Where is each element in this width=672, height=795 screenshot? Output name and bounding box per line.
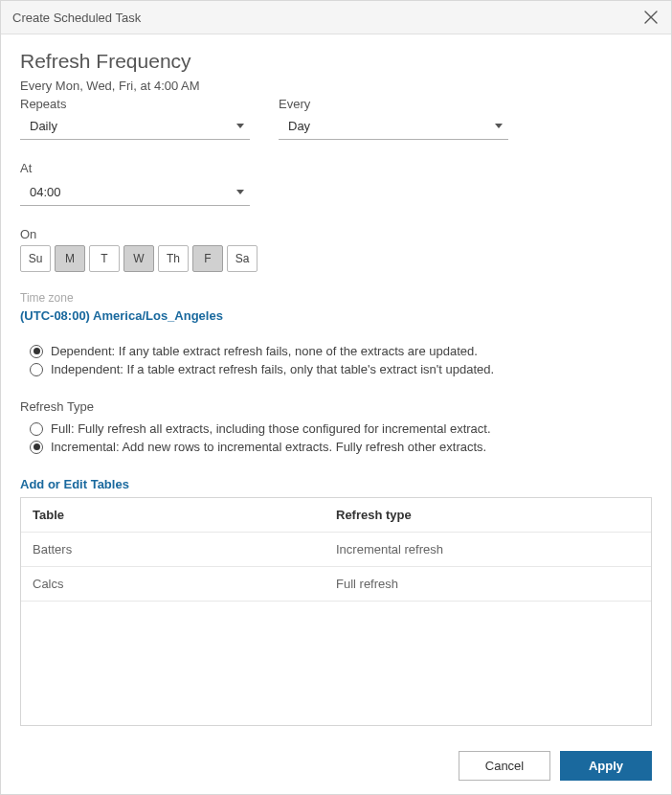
- table-body: BattersIncremental refreshCalcsFull refr…: [21, 533, 651, 602]
- every-label: Every: [279, 97, 508, 111]
- day-toggle-t[interactable]: T: [89, 245, 120, 272]
- repeats-value: Daily: [30, 119, 57, 133]
- create-scheduled-task-dialog: Create Scheduled Task Refresh Frequency …: [0, 0, 672, 795]
- apply-button[interactable]: Apply: [560, 751, 652, 781]
- repeats-field: Repeats Daily: [20, 97, 250, 140]
- frequency-row: Repeats Daily Every Day: [20, 97, 652, 140]
- radio-icon: [30, 363, 43, 376]
- at-label: At: [20, 161, 652, 175]
- table-header: Table Refresh type: [21, 498, 651, 533]
- every-value: Day: [288, 119, 310, 133]
- day-toggle-th[interactable]: Th: [158, 245, 189, 272]
- chevron-down-icon: [236, 190, 244, 194]
- refresh-type-option-1[interactable]: Incremental: Add new rows to incremental…: [30, 440, 652, 454]
- radio-label: Independent: If a table extract refresh …: [51, 362, 494, 376]
- chevron-down-icon: [236, 124, 244, 128]
- table-header-col-table: Table: [33, 508, 336, 522]
- table-cell-name: Batters: [33, 542, 336, 556]
- at-section: At 04:00: [20, 161, 652, 206]
- day-toggle-w[interactable]: W: [123, 245, 154, 272]
- chevron-down-icon: [495, 124, 503, 128]
- every-field: Every Day: [279, 97, 508, 140]
- every-select[interactable]: Day: [279, 113, 508, 140]
- table-row[interactable]: CalcsFull refresh: [21, 567, 651, 602]
- cancel-button[interactable]: Cancel: [459, 751, 550, 781]
- repeats-label: Repeats: [20, 97, 250, 111]
- radio-icon: [30, 345, 43, 358]
- dependency-option-0[interactable]: Dependent: If any table extract refresh …: [30, 344, 652, 358]
- day-toggle-sa[interactable]: Sa: [227, 245, 258, 272]
- on-label: On: [20, 227, 652, 241]
- refresh-type-radio-group: Full: Fully refresh all extracts, includ…: [30, 418, 652, 458]
- table-header-col-refresh-type: Refresh type: [336, 508, 639, 522]
- repeats-select[interactable]: Daily: [20, 113, 250, 140]
- refresh-type-option-0[interactable]: Full: Fully refresh all extracts, includ…: [30, 421, 652, 436]
- timezone-link[interactable]: (UTC-08:00) America/Los_Angeles: [20, 308, 652, 323]
- radio-label: Incremental: Add new rows to incremental…: [51, 440, 486, 454]
- radio-label: Dependent: If any table extract refresh …: [51, 344, 478, 358]
- on-section: On SuMTWThFSa: [20, 227, 652, 272]
- radio-icon: [30, 422, 43, 436]
- radio-label: Full: Fully refresh all extracts, includ…: [51, 421, 491, 436]
- timezone-label: Time zone: [20, 291, 652, 305]
- table-cell-name: Calcs: [33, 577, 336, 591]
- at-select[interactable]: 04:00: [20, 179, 250, 206]
- table-row[interactable]: BattersIncremental refresh: [21, 533, 651, 567]
- add-edit-tables-link[interactable]: Add or Edit Tables: [20, 477, 652, 491]
- at-field: 04:00: [20, 179, 250, 206]
- dialog-content: Refresh Frequency Every Mon, Wed, Fri, a…: [1, 34, 671, 738]
- dialog-title: Create Scheduled Task: [12, 11, 141, 25]
- section-heading: Refresh Frequency: [20, 50, 652, 73]
- table-cell-refresh-type: Incremental refresh: [336, 542, 639, 556]
- dialog-footer: Cancel Apply: [1, 738, 671, 794]
- radio-icon: [30, 441, 43, 454]
- day-toggle-f[interactable]: F: [192, 245, 223, 272]
- day-toggle-su[interactable]: Su: [20, 245, 51, 272]
- dependency-option-1[interactable]: Independent: If a table extract refresh …: [30, 362, 652, 376]
- day-toggle-m[interactable]: M: [55, 245, 85, 272]
- schedule-summary: Every Mon, Wed, Fri, at 4:00 AM: [20, 79, 652, 93]
- at-value: 04:00: [30, 185, 61, 199]
- tables-table: Table Refresh type BattersIncremental re…: [20, 497, 652, 726]
- dialog-titlebar: Create Scheduled Task: [1, 1, 671, 34]
- refresh-type-label: Refresh Type: [20, 399, 652, 414]
- day-picker: SuMTWThFSa: [20, 245, 652, 272]
- dependency-radio-group: Dependent: If any table extract refresh …: [30, 340, 652, 380]
- close-icon[interactable]: [642, 9, 660, 26]
- table-cell-refresh-type: Full refresh: [336, 577, 639, 591]
